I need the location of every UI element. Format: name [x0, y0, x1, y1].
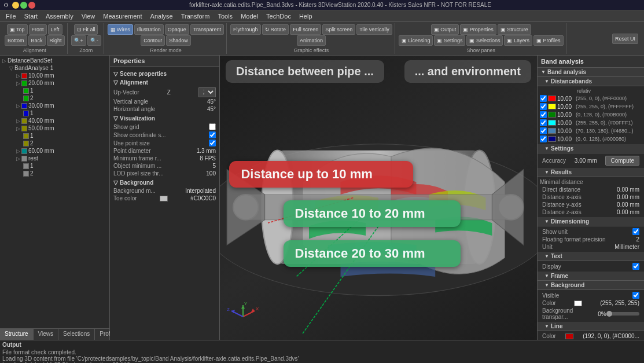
reset-ui-btn[interactable]: Reset UI	[612, 34, 638, 44]
toolbar-left-btn[interactable]: Left	[48, 24, 62, 35]
use-point-size-checkbox[interactable]	[209, 140, 216, 146]
tree-item[interactable]: 2	[1, 94, 108, 102]
band-analysis-section-header[interactable]: ▼ Band analysis	[538, 68, 644, 77]
toolbar-properties-btn[interactable]: ▣ Properties	[460, 24, 496, 35]
toolbar-tile-btn[interactable]: Tile vertically	[356, 24, 392, 35]
distancebands-header[interactable]: ▼ Distancebands	[538, 77, 644, 86]
band-checkbox[interactable]	[540, 119, 547, 126]
toolbar-splitscreen-btn[interactable]: Split screen	[322, 24, 355, 35]
tree-item[interactable]: ▷DistanceBandSet	[1, 57, 108, 64]
toolbar-zoomin-btn[interactable]: 🔍+	[71, 35, 86, 46]
toolbar-flythrough-btn[interactable]: Flythrough	[230, 24, 261, 35]
tree-expand-icon: ▷	[16, 156, 20, 162]
upvector-select[interactable]: ZYX	[198, 87, 216, 97]
toolbar-rotate-btn[interactable]: ↻ Rotate	[262, 24, 289, 35]
settings-section-header[interactable]: ▼ Settings	[538, 144, 644, 153]
menu-help[interactable]: Help	[296, 12, 316, 21]
toolbar-shadow-btn[interactable]: Shadow	[166, 35, 191, 46]
tree-item[interactable]: ▷20.00 mm	[1, 79, 108, 87]
annotation-left: Distance between pipe ...	[226, 60, 384, 83]
tab-structure[interactable]: Structure	[0, 329, 34, 340]
menu-view[interactable]: View	[78, 12, 99, 21]
text-section-header[interactable]: ▼ Text	[538, 252, 644, 261]
band-color-swatch[interactable]	[548, 104, 556, 109]
bg-color-swatch[interactable]	[574, 300, 582, 306]
menu-measurement[interactable]: Measurement	[100, 12, 145, 21]
band-row: 10.00(0, 0, 128), (#000080)	[540, 135, 642, 143]
menu-model[interactable]: Model	[237, 12, 262, 21]
tree-item[interactable]: ▷10.00 mm	[1, 72, 108, 79]
band-checkbox[interactable]	[540, 135, 547, 142]
display-checkbox[interactable]	[632, 263, 639, 270]
toolbar-bottom-btn[interactable]: Bottom	[5, 35, 27, 46]
bg-section-header[interactable]: ▼ Background	[538, 281, 644, 290]
toolbar-transparent-btn[interactable]: Transparent	[190, 24, 224, 35]
compute-button[interactable]: Compute	[605, 156, 639, 166]
band-color-swatch[interactable]	[548, 96, 556, 101]
tree-item[interactable]: ▷30.00 mm	[1, 102, 108, 109]
toolbar-selections-btn[interactable]: ▣ Selections	[466, 35, 503, 46]
toolbar-licensing-btn[interactable]: ▣ Licensing	[399, 35, 433, 46]
toolbar-settings-btn[interactable]: ▣ Settings	[434, 35, 465, 46]
tree-item[interactable]: ▷60.00 mm	[1, 147, 108, 155]
toolbar-zoomout-btn[interactable]: 🔍-	[87, 35, 101, 46]
menu-assembly[interactable]: Assembly	[42, 12, 77, 21]
toolbar-top-btn[interactable]: ▣ Top	[7, 24, 28, 35]
tree-item[interactable]: ▽BandAnalyse 1	[1, 64, 108, 72]
toolbar-animation-btn[interactable]: Animation	[297, 35, 326, 46]
toolbar-output-btn[interactable]: ▣ Output	[431, 24, 459, 35]
tree-item[interactable]: 1	[1, 109, 108, 117]
toolbar-opaque-btn[interactable]: Opaque	[165, 24, 189, 35]
band-checkbox[interactable]	[540, 95, 547, 102]
close-button[interactable]	[28, 2, 35, 9]
tree-item[interactable]: 2	[1, 170, 108, 177]
tree-item[interactable]: ▷50.00 mm	[1, 124, 108, 132]
dimensioning-section-header[interactable]: ▼ Dimensioning	[538, 217, 644, 226]
band-checkbox[interactable]	[540, 127, 547, 134]
toolbar-profiles-btn[interactable]: ▣ Profiles	[533, 35, 564, 46]
toolbar-structure-btn[interactable]: ▣ Structure	[498, 24, 531, 35]
toolbar-right-btn[interactable]: Right	[47, 35, 65, 46]
toolbar-layers-btn[interactable]: ▣ Layers	[504, 35, 532, 46]
viewport[interactable]: Atop	[220, 56, 537, 340]
tree-item[interactable]: 1	[1, 162, 108, 170]
band-color-swatch[interactable]	[548, 120, 556, 126]
results-section-header[interactable]: ▼ Results	[538, 168, 644, 177]
menu-tools[interactable]: Tools	[214, 12, 236, 21]
tab-views[interactable]: Views	[34, 329, 59, 340]
toolbar-back-btn[interactable]: Back	[28, 35, 46, 46]
show-unit-checkbox[interactable]	[632, 228, 639, 235]
line-color-swatch[interactable]	[565, 333, 573, 339]
menu-analyse[interactable]: Analyse	[147, 12, 176, 21]
toolbar-fitall-btn[interactable]: ⊡ Fit all	[74, 24, 98, 35]
show-grid-checkbox[interactable]	[209, 123, 216, 130]
toolbar-wires-btn[interactable]: ▦ Wires	[108, 24, 133, 35]
toolbar-front-btn[interactable]: Front	[29, 24, 47, 35]
line-section-header[interactable]: ▼ Line	[538, 322, 644, 331]
toe-color-swatch[interactable]	[160, 196, 168, 201]
menu-file[interactable]: File	[2, 12, 20, 21]
band-checkbox[interactable]	[540, 103, 547, 110]
maximize-button[interactable]	[20, 2, 27, 9]
minimize-button[interactable]	[12, 2, 19, 9]
tree-item[interactable]: ▷rest	[1, 155, 108, 162]
tree-item[interactable]: 1	[1, 132, 108, 140]
band-color-swatch[interactable]	[548, 128, 556, 134]
toolbar-contour-btn[interactable]: Contour	[141, 35, 165, 46]
frame-section-header[interactable]: ▼ Frame	[538, 272, 644, 281]
tree-item[interactable]: 2	[1, 140, 108, 147]
toolbar-fullscreen-btn[interactable]: Full screen	[290, 24, 321, 35]
tab-selections[interactable]: Selections	[58, 329, 95, 340]
tree-item[interactable]: 1	[1, 87, 108, 94]
menu-techdoc[interactable]: TechDoc	[263, 12, 295, 21]
tree-item[interactable]: ▷40.00 mm	[1, 117, 108, 124]
band-checkbox[interactable]	[540, 111, 547, 118]
band-color-swatch[interactable]	[548, 112, 556, 118]
menu-transform[interactable]: Transform	[178, 12, 214, 21]
bg-visible-checkbox[interactable]	[632, 292, 639, 299]
band-color-swatch[interactable]	[548, 136, 556, 142]
menu-start[interactable]: Start	[21, 12, 41, 21]
toolbar-illustration-btn[interactable]: Illustration	[134, 24, 164, 35]
bg-transparency-slider[interactable]	[606, 312, 639, 316]
show-coords-checkbox[interactable]	[209, 131, 216, 138]
